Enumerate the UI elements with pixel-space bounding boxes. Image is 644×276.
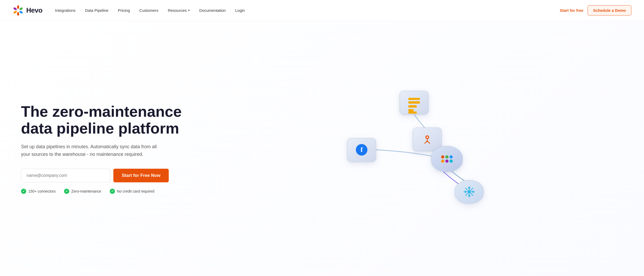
- badge-no-credit-card: ✓ No credit card required: [110, 189, 154, 194]
- check-icon-no-credit-card: ✓: [110, 189, 115, 194]
- check-icon-connectors: ✓: [21, 189, 26, 194]
- looker-icon: [408, 98, 420, 107]
- schedule-demo-button[interactable]: Schedule a Demo: [588, 5, 631, 15]
- hero-badges: ✓ 150+ connectors ✓ Zero-maintenance ✓ N…: [21, 189, 189, 194]
- start-free-now-button[interactable]: Start for Free Now: [113, 169, 169, 182]
- navbar: Hevo Integrations Data Pipeline Pricing …: [0, 0, 644, 21]
- dot-green: [445, 155, 448, 158]
- dot-cyan: [450, 160, 453, 163]
- hevo-logo-icon: [13, 5, 24, 16]
- chevron-down-icon: ▾: [188, 9, 190, 12]
- looker-card: [400, 91, 429, 114]
- check-icon-zero-maintenance: ✓: [64, 189, 69, 194]
- svg-point-23: [468, 190, 471, 193]
- facebook-icon: f: [356, 144, 367, 156]
- svg-line-9: [425, 141, 427, 144]
- email-input[interactable]: [21, 169, 110, 182]
- dot-red: [441, 155, 444, 158]
- logo-text: Hevo: [26, 6, 43, 14]
- nav-ctas: Start for free Schedule a Demo: [560, 5, 631, 15]
- hero-left: The zero-maintenance data pipeline platf…: [21, 103, 189, 194]
- svg-point-1: [19, 7, 23, 10]
- hero-diagram: f: [189, 83, 631, 214]
- svg-point-7: [426, 136, 428, 138]
- hero-form: Start for Free Now: [21, 169, 189, 182]
- snowflake-card: [455, 180, 484, 204]
- hero-title: The zero-maintenance data pipeline platf…: [21, 103, 189, 137]
- nav-data-pipeline[interactable]: Data Pipeline: [85, 8, 108, 13]
- hubspot-icon: [421, 134, 433, 145]
- diagram-container: f: [331, 86, 489, 211]
- hevo-central-node: [431, 146, 463, 172]
- dot-blue: [450, 155, 453, 158]
- hevo-dot-grid: [441, 155, 453, 163]
- nav-integrations[interactable]: Integrations: [55, 8, 76, 13]
- svg-point-0: [17, 5, 19, 9]
- svg-point-2: [19, 10, 23, 14]
- start-free-nav-button[interactable]: Start for free: [560, 8, 583, 13]
- snowflake-icon: [463, 185, 476, 198]
- nav-login[interactable]: Login: [235, 8, 245, 13]
- badge-zero-maintenance: ✓ Zero-maintenance: [64, 189, 101, 194]
- nav-pricing[interactable]: Pricing: [118, 8, 130, 13]
- svg-point-3: [17, 12, 19, 16]
- hero-subtitle: Set up data pipelines in minutes. Automa…: [21, 143, 157, 158]
- nav-links: Integrations Data Pipeline Pricing Custo…: [55, 8, 560, 13]
- svg-line-10: [427, 141, 430, 144]
- dot-purple: [445, 160, 448, 163]
- facebook-card: f: [347, 138, 376, 162]
- hero-section: The zero-maintenance data pipeline platf…: [0, 21, 644, 276]
- nav-resources[interactable]: Resources ▾: [168, 8, 190, 13]
- logo[interactable]: Hevo: [13, 5, 43, 16]
- hubspot-card: [413, 128, 442, 151]
- nav-documentation[interactable]: Documentation: [199, 8, 226, 13]
- nav-customers[interactable]: Customers: [139, 8, 159, 13]
- svg-point-4: [13, 10, 17, 14]
- dot-orange: [441, 160, 444, 163]
- svg-point-5: [13, 7, 17, 10]
- badge-connectors: ✓ 150+ connectors: [21, 189, 56, 194]
